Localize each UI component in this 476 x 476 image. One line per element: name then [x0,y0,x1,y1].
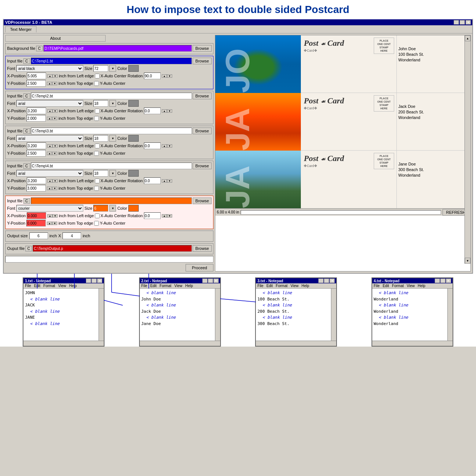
close-btn[interactable]: ✕ [466,20,471,25]
size-input-4[interactable] [93,170,108,177]
notepad-2-hscroll[interactable] [140,341,220,346]
color-box-1[interactable] [128,65,139,72]
size-input-2[interactable] [93,100,108,107]
preview-hscroll[interactable] [241,210,441,215]
notepad-3-help[interactable]: Help [302,284,309,288]
ypos-down-4[interactable]: ▼ [52,187,57,190]
rot-down-5[interactable]: ▼ [167,214,172,218]
notepad-3-min[interactable]: _ [318,279,324,283]
notepad-4-hscroll[interactable] [372,341,453,346]
notepad-2-scrollbar[interactable] [215,289,220,341]
ypos-down-2[interactable]: ▼ [52,117,57,120]
notepad-3-format[interactable]: Format [276,284,288,288]
notepad-4-format[interactable]: Format [392,284,404,288]
notepad-4-scrollbar[interactable] [447,289,453,341]
size-dropdown-3[interactable]: ▼ [109,135,116,142]
input-file-2-input[interactable] [31,93,192,99]
notepad-2-min[interactable]: _ [202,279,208,283]
notepad-1-edit[interactable]: Edit [34,284,40,288]
notepad-2-close[interactable]: ✕ [213,279,219,283]
notepad-2-max[interactable]: □ [208,279,213,283]
xauto-check-4[interactable]: X-Auto Center [95,178,126,183]
xpos-down-5[interactable]: ▼ [52,214,58,218]
ypos-input-5[interactable] [26,220,46,226]
input-3-c-btn[interactable]: C [23,128,30,134]
xpos-input-3[interactable] [27,142,46,149]
xpos-up-2[interactable]: ▲ [47,109,52,113]
xpos-input-5[interactable] [27,212,46,219]
proceed-button[interactable]: Proceed [186,264,213,271]
size-dropdown-4[interactable]: ▼ [109,170,116,177]
notepad-2-file[interactable]: File [141,284,147,288]
xpos-input-4[interactable] [27,177,46,184]
rot-down-2[interactable]: ▼ [167,109,172,113]
ypos-down-5[interactable]: ▼ [52,222,57,225]
ypos-up-5[interactable]: ▲ [47,222,52,225]
xpos-input-1[interactable] [27,73,46,79]
text-merger-tab[interactable]: Text Merger [5,26,36,32]
rot-up-2[interactable]: ▲ [162,109,167,113]
input-5-browse-btn[interactable]: Browse [193,197,212,204]
output-file-input[interactable] [33,245,192,252]
size-dropdown-1[interactable]: ▼ [109,65,116,72]
yauto-check-1[interactable]: Y-Auto Center [94,81,125,86]
rot-up-1[interactable]: ▲ [162,74,167,78]
notepad-1-format[interactable]: Format [44,284,55,288]
output-c-btn[interactable]: C [25,246,32,251]
yauto-check-4[interactable]: Y-Auto Center [94,186,125,191]
notepad-2-format[interactable]: Format [160,284,171,288]
xauto-check-3[interactable]: X-Auto Center [95,144,126,148]
xauto-check-2[interactable]: X-Auto Center [95,109,126,113]
rot-input-4[interactable] [144,177,161,184]
notepad-4-help[interactable]: Help [418,284,425,288]
ypos-input-3[interactable] [26,150,46,157]
xpos-up-1[interactable]: ▲ [47,74,52,78]
input-4-c-btn[interactable]: C [23,163,30,169]
rot-input-1[interactable] [144,73,161,79]
size-input-3[interactable] [93,135,108,142]
rot-up-3[interactable]: ▲ [162,144,167,148]
notepad-2-help[interactable]: Help [185,284,193,288]
notepad-1-hscroll[interactable] [23,341,104,346]
ypos-input-2[interactable] [26,115,46,122]
maximize-btn[interactable]: □ [460,20,465,25]
notepad-3-hscroll[interactable] [256,341,336,346]
notepad-1-close[interactable]: ✕ [97,279,102,283]
notepad-1-max[interactable]: □ [91,279,97,283]
ypos-down-1[interactable]: ▼ [52,82,57,85]
notepad-4-view[interactable]: View [407,284,415,288]
notepad-3-file[interactable]: File [257,284,263,288]
rot-down-4[interactable]: ▼ [167,179,172,183]
size-input-5[interactable] [93,205,108,212]
input-2-c-btn[interactable]: C [23,93,30,99]
input-file-3-input[interactable] [31,128,192,134]
xpos-down-3[interactable]: ▼ [52,144,58,148]
xpos-up-5[interactable]: ▲ [47,214,52,218]
color-box-5[interactable] [128,205,139,212]
notepad-2-view[interactable]: View [174,284,183,288]
xpos-up-3[interactable]: ▲ [47,144,52,148]
notepad-1-file[interactable]: File [25,284,31,288]
xpos-down-4[interactable]: ▼ [52,179,58,183]
rot-input-3[interactable] [144,142,161,149]
yauto-check-3[interactable]: Y-Auto Center [94,151,125,156]
notepad-4-max[interactable]: □ [440,279,446,283]
notepad-4-file[interactable]: File [374,284,380,288]
rot-down-1[interactable]: ▼ [167,74,172,78]
rot-down-3[interactable]: ▼ [167,144,172,148]
ypos-up-4[interactable]: ▲ [47,187,52,190]
output-height-input[interactable] [62,232,81,239]
notepad-4-close[interactable]: ✕ [446,279,451,283]
notepad-2-edit[interactable]: Edit [150,284,157,288]
xpos-down-2[interactable]: ▼ [52,109,58,113]
rot-input-5[interactable] [144,212,161,219]
font-select-1[interactable]: arial black [16,65,83,72]
notepad-4-edit[interactable]: Edit [383,284,389,288]
ypos-down-3[interactable]: ▼ [52,152,57,155]
size-dropdown-5[interactable]: ▼ [109,205,116,212]
yauto-check-5[interactable]: Y-Auto Center [94,221,125,226]
about-button[interactable]: About [5,35,106,42]
notepad-4-min[interactable]: _ [435,279,440,283]
ypos-input-1[interactable] [26,80,46,87]
xauto-check-5[interactable]: X-Auto Center [95,213,126,218]
